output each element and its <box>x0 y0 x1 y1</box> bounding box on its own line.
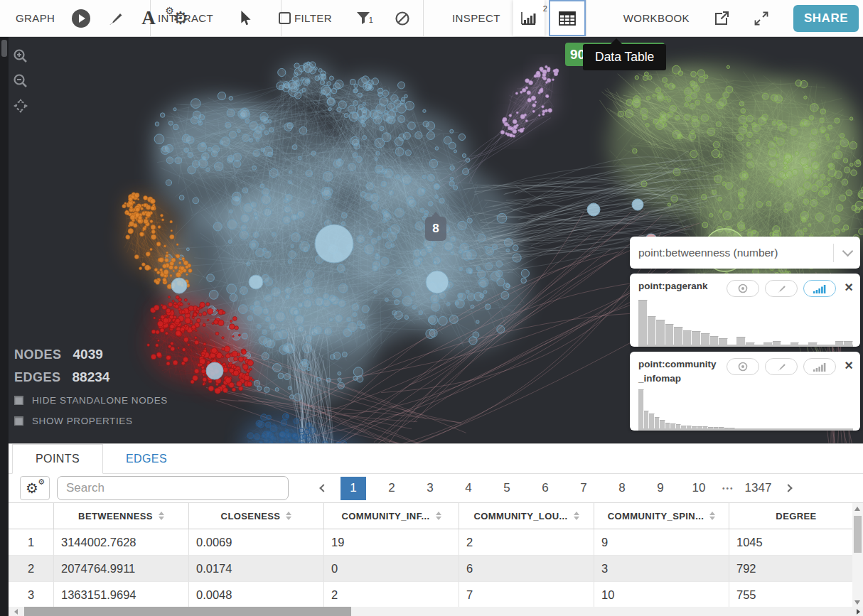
show-properties-checkbox[interactable] <box>14 416 23 426</box>
histogram-bar[interactable] <box>701 333 710 345</box>
table-cell[interactable]: 0.0069 <box>188 529 323 556</box>
histogram-bar[interactable] <box>703 426 709 428</box>
histogram-bar[interactable] <box>692 426 697 428</box>
page-button-4[interactable]: 4 <box>456 477 481 500</box>
filter-tool-button[interactable]: 1 <box>356 11 370 25</box>
highlight-pill-button[interactable] <box>727 358 759 375</box>
table-cell[interactable]: 3144002.7628 <box>53 529 188 556</box>
table-cell[interactable]: 3 <box>594 556 729 582</box>
table-cell[interactable]: 1045 <box>729 529 863 556</box>
highlight-pill-button[interactable] <box>727 280 759 297</box>
histogram-bar[interactable] <box>649 414 655 428</box>
histogram-bar[interactable] <box>656 320 665 345</box>
vertical-scroll-thumb[interactable] <box>854 516 862 553</box>
sort-control[interactable] <box>574 512 579 520</box>
histograms-tool-button[interactable]: 2 <box>513 0 545 36</box>
sort-control[interactable] <box>286 512 291 520</box>
vertical-scrollbar[interactable] <box>852 503 863 607</box>
paint-pill-button[interactable] <box>765 280 798 297</box>
histogram-bar[interactable] <box>648 316 657 345</box>
search-input[interactable] <box>57 476 289 500</box>
paint-pill-button[interactable] <box>765 358 798 375</box>
appearance-brush-button[interactable] <box>107 10 124 27</box>
histogram-bar[interactable] <box>835 341 845 345</box>
table-settings-button[interactable]: ⚙⚙ <box>20 476 50 500</box>
table-cell[interactable]: 7 <box>459 582 594 607</box>
sort-control[interactable] <box>436 512 441 520</box>
previous-page-button[interactable] <box>313 477 334 499</box>
scroll-down-arrow[interactable] <box>854 600 860 605</box>
histogram-bar[interactable] <box>729 428 735 428</box>
histogram-bar[interactable] <box>724 428 730 428</box>
histogram-bar[interactable] <box>660 420 665 428</box>
table-cell[interactable]: 9 <box>594 529 729 556</box>
histogram-bar[interactable] <box>644 411 650 428</box>
column-header-community-lou-[interactable]: COMMUNITY_LOU... <box>459 503 594 529</box>
sort-control[interactable] <box>709 512 715 520</box>
column-header-community-inf-[interactable]: COMMUNITY_INF... <box>323 503 459 529</box>
page-button-9[interactable]: 9 <box>648 477 673 500</box>
zoom-out-button[interactable] <box>13 73 28 89</box>
sort-control[interactable] <box>159 512 164 520</box>
histogram-bar[interactable] <box>665 423 671 428</box>
histogram-bar[interactable] <box>697 426 703 428</box>
table-cell[interactable]: 0.0174 <box>188 556 323 582</box>
column-header-closeness[interactable]: CLOSENESS <box>188 503 323 529</box>
histogram-bar[interactable] <box>773 341 782 345</box>
page-button-5[interactable]: 5 <box>494 477 520 500</box>
share-button[interactable]: SHARE <box>793 5 859 32</box>
column-header-community-spin-[interactable]: COMMUNITY_SPIN... <box>594 503 729 529</box>
layout-play-button[interactable] <box>72 9 90 28</box>
histogram-bar[interactable] <box>719 427 724 428</box>
labels-font-button[interactable]: A <box>141 9 156 28</box>
histogram-bar[interactable] <box>681 426 687 428</box>
attribute-selector-dropdown[interactable]: point:betweenness (number) <box>630 237 860 269</box>
histogram-bar[interactable] <box>714 427 719 428</box>
tab-edges[interactable]: EDGES <box>103 444 190 473</box>
table-cell[interactable]: 755 <box>729 582 863 607</box>
page-button-10[interactable]: 10 <box>686 477 712 500</box>
histogram-bar[interactable] <box>844 341 853 345</box>
histogram-bar[interactable] <box>808 342 818 345</box>
table-cell[interactable]: 2 <box>323 582 459 607</box>
column-header-degree[interactable]: DEGREE <box>729 503 863 529</box>
histogram-bar[interactable] <box>763 342 773 345</box>
left-scrollbar-thumb[interactable] <box>1 40 7 57</box>
table-cell[interactable]: 2074764.9911 <box>53 556 188 582</box>
horizontal-scrollbar[interactable] <box>9 607 863 616</box>
data-table-tool-button[interactable] <box>549 0 586 36</box>
histogram-bar[interactable] <box>736 337 746 345</box>
tab-points[interactable]: POINTS <box>12 444 103 474</box>
histogram-bar[interactable] <box>674 327 683 345</box>
close-panel-button[interactable]: × <box>845 357 853 373</box>
open-workbook-button[interactable] <box>714 11 729 26</box>
scroll-right-arrow[interactable] <box>857 609 860 615</box>
page-button-8[interactable]: 8 <box>609 477 635 500</box>
histogram-bar[interactable] <box>790 342 800 345</box>
histogram-pill-button[interactable] <box>803 358 836 375</box>
graph-viewport[interactable]: 90 3 Data Table 8 NODES 4039 EDGES 88234… <box>0 37 863 444</box>
page-button-3[interactable]: 3 <box>417 477 443 500</box>
histogram-pill-button[interactable] <box>803 280 836 297</box>
fullscreen-button[interactable] <box>754 11 769 26</box>
page-button-7[interactable]: 7 <box>571 477 596 500</box>
pagerank-histogram[interactable] <box>638 300 853 347</box>
hide-standalone-option[interactable]: HIDE STANDALONE NODES <box>14 395 168 406</box>
histogram-bar[interactable] <box>676 424 682 428</box>
table-cell[interactable]: 2 <box>459 529 594 556</box>
page-button-6[interactable]: 6 <box>532 477 558 500</box>
table-cell[interactable]: 1363151.9694 <box>53 582 188 607</box>
histogram-bar[interactable] <box>638 300 648 345</box>
page-button-2[interactable]: 2 <box>379 477 404 500</box>
histogram-bar[interactable] <box>670 423 676 428</box>
pointer-tool-button[interactable] <box>239 11 253 26</box>
close-panel-button[interactable]: × <box>845 279 853 295</box>
table-cell[interactable]: 0.0048 <box>188 582 323 607</box>
table-cell[interactable]: 0 <box>323 556 459 582</box>
histogram-bar[interactable] <box>687 426 692 428</box>
column-header-betweenness[interactable]: BETWEENNESS <box>53 503 188 529</box>
scroll-up-arrow[interactable] <box>854 507 860 511</box>
zoom-in-button[interactable] <box>13 48 28 64</box>
histogram-bar[interactable] <box>665 324 675 345</box>
histogram-bar[interactable] <box>719 338 728 345</box>
